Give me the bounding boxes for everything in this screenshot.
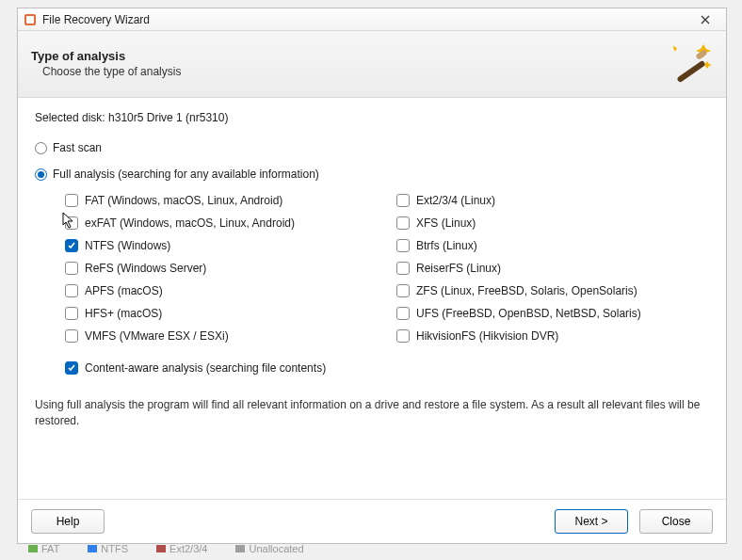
radio-icon bbox=[35, 142, 47, 154]
analysis-description: Using full analysis the program will fin… bbox=[35, 397, 709, 429]
checkbox-label: FAT (Windows, macOS, Linux, Android) bbox=[85, 194, 282, 207]
checkbox-label: VMFS (VMware ESX / ESXi) bbox=[85, 329, 229, 343]
checkbox-icon bbox=[65, 361, 78, 375]
checkbox-label: Ext2/3/4 (Linux) bbox=[416, 194, 495, 207]
app-icon bbox=[24, 13, 37, 26]
checkbox-ntfs[interactable]: NTFS (Windows) bbox=[65, 239, 378, 252]
titlebar: File Recovery Wizard bbox=[18, 8, 726, 31]
background-legend: FAT NTFS Ext2/3/4 Unallocated bbox=[28, 543, 304, 554]
checkbox-label: UFS (FreeBSD, OpenBSD, NetBSD, Solaris) bbox=[416, 307, 641, 320]
checkbox-ufs[interactable]: UFS (FreeBSD, OpenBSD, NetBSD, Solaris) bbox=[396, 307, 709, 320]
checkbox-btrfs[interactable]: Btrfs (Linux) bbox=[396, 239, 709, 252]
checkbox-apfs[interactable]: APFS (macOS) bbox=[65, 284, 378, 297]
checkbox-icon bbox=[65, 307, 78, 320]
svg-rect-1 bbox=[26, 16, 34, 24]
checkbox-reiserfs[interactable]: ReiserFS (Linux) bbox=[396, 262, 709, 275]
wizard-header: Type of analysis Choose the type of anal… bbox=[18, 31, 726, 98]
checkbox-icon bbox=[65, 262, 78, 275]
checkbox-icon bbox=[65, 216, 78, 230]
svg-rect-2 bbox=[676, 60, 705, 83]
help-button[interactable]: Help bbox=[31, 509, 105, 534]
checkbox-label: ZFS (Linux, FreeBSD, Solaris, OpenSolari… bbox=[416, 284, 637, 297]
radio-label: Fast scan bbox=[53, 141, 102, 154]
checkbox-label: Content-aware analysis (searching file c… bbox=[85, 361, 326, 375]
checkbox-zfs[interactable]: ZFS (Linux, FreeBSD, Solaris, OpenSolari… bbox=[396, 284, 709, 297]
checkbox-label: exFAT (Windows, macOS, Linux, Android) bbox=[85, 216, 295, 230]
checkbox-refs[interactable]: ReFS (Windows Server) bbox=[65, 262, 378, 275]
checkbox-hfsplus[interactable]: HFS+ (macOS) bbox=[65, 307, 378, 320]
checkbox-icon bbox=[65, 239, 78, 252]
checkbox-icon bbox=[396, 216, 410, 230]
checkbox-fat[interactable]: FAT (Windows, macOS, Linux, Android) bbox=[65, 194, 378, 207]
checkbox-icon bbox=[396, 307, 410, 320]
checkbox-icon bbox=[65, 284, 78, 297]
checkbox-icon bbox=[396, 329, 410, 343]
radio-fast-scan[interactable]: Fast scan bbox=[35, 141, 709, 154]
checkbox-icon bbox=[65, 194, 78, 207]
radio-label: Full analysis (searching for any availab… bbox=[53, 168, 319, 181]
checkbox-label: ReFS (Windows Server) bbox=[85, 262, 206, 275]
filesystem-grid: FAT (Windows, macOS, Linux, Android) exF… bbox=[65, 194, 709, 343]
checkbox-label: NTFS (Windows) bbox=[85, 239, 170, 252]
checkbox-icon bbox=[396, 194, 410, 207]
selected-disk-label: Selected disk: h310r5 Drive 1 (nr5310) bbox=[35, 111, 709, 124]
checkbox-exfat[interactable]: exFAT (Windows, macOS, Linux, Android) bbox=[65, 216, 378, 230]
wizard-footer: Help Next > Close bbox=[18, 499, 726, 543]
wizard-content: Selected disk: h310r5 Drive 1 (nr5310) F… bbox=[18, 98, 726, 499]
checkbox-icon bbox=[65, 329, 78, 343]
checkbox-content-aware[interactable]: Content-aware analysis (searching file c… bbox=[65, 361, 709, 375]
window-title: File Recovery Wizard bbox=[42, 13, 150, 26]
checkbox-icon bbox=[396, 262, 410, 275]
next-button[interactable]: Next > bbox=[555, 509, 628, 534]
checkbox-hikvisionfs[interactable]: HikvisionFS (Hikvision DVR) bbox=[396, 329, 709, 343]
checkbox-label: ReiserFS (Linux) bbox=[416, 262, 501, 275]
header-subtitle: Choose the type of analysis bbox=[31, 65, 668, 78]
radio-full-analysis[interactable]: Full analysis (searching for any availab… bbox=[35, 168, 709, 181]
radio-icon bbox=[35, 168, 47, 181]
checkbox-vmfs[interactable]: VMFS (VMware ESX / ESXi) bbox=[65, 329, 378, 343]
checkbox-icon bbox=[396, 284, 410, 297]
checkbox-label: Btrfs (Linux) bbox=[416, 239, 477, 252]
checkbox-label: APFS (macOS) bbox=[85, 284, 163, 297]
checkbox-label: XFS (Linux) bbox=[416, 216, 476, 230]
checkbox-icon bbox=[396, 239, 410, 252]
wizard-wand-icon bbox=[668, 40, 713, 86]
header-title: Type of analysis bbox=[31, 49, 668, 63]
checkbox-xfs[interactable]: XFS (Linux) bbox=[396, 216, 709, 230]
checkbox-ext[interactable]: Ext2/3/4 (Linux) bbox=[396, 194, 709, 207]
checkbox-label: HFS+ (macOS) bbox=[85, 307, 162, 320]
close-button[interactable]: Close bbox=[639, 509, 713, 534]
close-icon[interactable] bbox=[690, 10, 720, 29]
wizard-dialog: File Recovery Wizard Type of analysis Ch… bbox=[17, 8, 727, 544]
checkbox-label: HikvisionFS (Hikvision DVR) bbox=[416, 329, 558, 343]
